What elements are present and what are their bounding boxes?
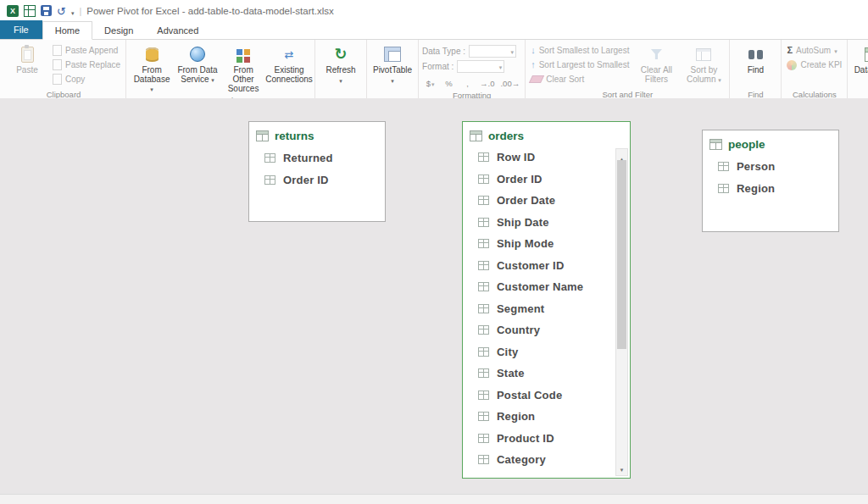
field-item[interactable]: Person [703,155,838,177]
scroll-down-icon[interactable] [616,461,627,474]
paste-append-button[interactable]: Paste Append [51,43,122,58]
currency-format-button[interactable]: $ [422,77,438,90]
tab-advanced[interactable]: Advanced [145,22,210,39]
field-item[interactable]: Postal Code [463,385,616,407]
field-item[interactable]: Row ID [463,147,616,169]
find-button[interactable]: Find [733,42,777,76]
group-get-external-data: From Database From Data Service From Oth… [126,40,315,100]
table-orders[interactable]: orders Row ID Order ID Order Date [462,121,631,479]
paste-replace-button[interactable]: Paste Replace [51,58,122,72]
percent-format-button[interactable]: % [441,77,457,90]
copy-icon [53,74,62,85]
decrease-decimal-button[interactable]: .00→ [498,77,521,90]
pivottable-button[interactable]: PivotTable [370,42,415,86]
field-item[interactable]: Order Date [463,190,616,212]
tab-design[interactable]: Design [92,22,145,39]
increase-decimal-button[interactable]: →.0 [478,77,496,90]
format-dropdown[interactable]: Format : [422,60,521,73]
field-item[interactable]: Ship Date [463,212,616,234]
powerpivot-window-icon [24,5,36,17]
clear-sort-icon [529,75,544,83]
clear-all-filters-button[interactable]: Clear All Filters [634,42,678,86]
scrollbar-thumb[interactable] [617,160,626,349]
table-people-fields: Person Region [703,155,838,199]
field-item[interactable]: Customer Name [463,276,616,298]
excel-app-icon: X [7,5,19,17]
field-item[interactable]: Category [463,449,616,471]
field-item[interactable]: Segment [463,298,616,320]
table-returns-fields: Returned Order ID [249,147,385,191]
field-item[interactable]: Region [703,177,838,199]
connections-icon [285,49,294,60]
field-item[interactable]: Returned [249,147,385,169]
dropdown-caret-icon [211,75,214,84]
dropdown-caret-icon [150,84,153,93]
table-name: people [728,138,765,151]
group-clipboard: Paste Paste Append Paste Replace Copy Cl… [2,40,126,100]
group-view: Data View Diagram View Show Hidden Calcu… [848,40,868,100]
field-item[interactable]: Order ID [463,169,616,191]
quick-access-dropdown-icon[interactable] [71,4,75,18]
column-icon [718,184,729,193]
tab-file[interactable]: File [0,20,42,39]
sort-by-column-button[interactable]: Sort by Column [682,42,726,86]
undo-icon[interactable] [57,4,66,18]
window-title: Power Pivot for Excel - add-table-to-dat… [86,6,333,16]
table-people-header[interactable]: people [703,130,838,155]
dropdown-caret-icon [718,75,721,84]
data-type-dropdown[interactable]: Data Type : [422,45,521,58]
field-item[interactable]: Customer ID [463,255,616,277]
create-kpi-button[interactable]: Create KPI [785,58,843,72]
refresh-button[interactable]: Refresh [319,42,363,86]
column-icon [478,390,489,400]
paste-button[interactable]: Paste [5,42,49,76]
dropdown-caret-icon [834,47,837,55]
field-item[interactable]: State [463,363,616,385]
database-icon [146,47,159,62]
save-icon[interactable] [41,5,52,16]
table-returns-header[interactable]: returns [249,122,385,147]
sort-ascending-button[interactable]: Sort Smallest to Largest [529,43,631,58]
column-icon [478,282,489,291]
field-item[interactable]: Region [463,406,616,428]
from-database-button[interactable]: From Database [130,42,174,95]
field-item[interactable]: Ship Mode [463,233,616,255]
table-name: returns [275,130,314,142]
field-item[interactable]: Order ID [249,169,385,191]
field-item[interactable]: Product ID [463,428,616,450]
data-view-button[interactable]: Data View [851,42,868,76]
sort-by-column-icon [696,48,711,61]
column-icon [478,218,489,227]
paste-append-icon [53,45,62,56]
group-find: Find Find [730,40,782,100]
column-icon [264,175,275,185]
tab-home[interactable]: Home [42,21,92,40]
ribbon-tab-row: File Home Design Advanced [0,19,868,40]
table-returns[interactable]: returns Returned Order ID [248,121,386,222]
from-data-service-button[interactable]: From Data Service [175,42,220,86]
vertical-scrollbar[interactable] [615,148,628,476]
field-item[interactable]: City [463,341,616,363]
paste-replace-icon [53,59,62,70]
clear-sort-button[interactable]: Clear Sort [529,72,631,86]
diagram-bottom-bar [0,494,868,504]
sort-descending-button[interactable]: Sort Largest to Smallest [529,58,631,72]
dropdown-caret-icon [339,76,342,85]
group-refresh: Refresh [315,40,367,100]
sort-descending-icon [531,60,536,69]
autosum-button[interactable]: AutoSum [785,43,843,58]
comma-format-button[interactable]: , [459,77,476,90]
titlebar: X | Power Pivot for Excel - add-table-to… [0,0,868,19]
from-other-sources-button[interactable]: From Other Sources [221,42,265,95]
pivottable-icon [384,47,401,62]
column-icon [478,455,489,464]
column-icon [478,325,489,335]
copy-button[interactable]: Copy [51,72,122,86]
table-icon [709,139,722,150]
table-orders-header[interactable]: orders [463,122,630,147]
table-people[interactable]: people Person Region [702,130,839,232]
existing-connections-button[interactable]: Existing Connections [267,42,311,86]
column-icon [478,412,489,421]
field-item[interactable]: Country [463,319,616,341]
binoculars-icon [748,50,754,59]
